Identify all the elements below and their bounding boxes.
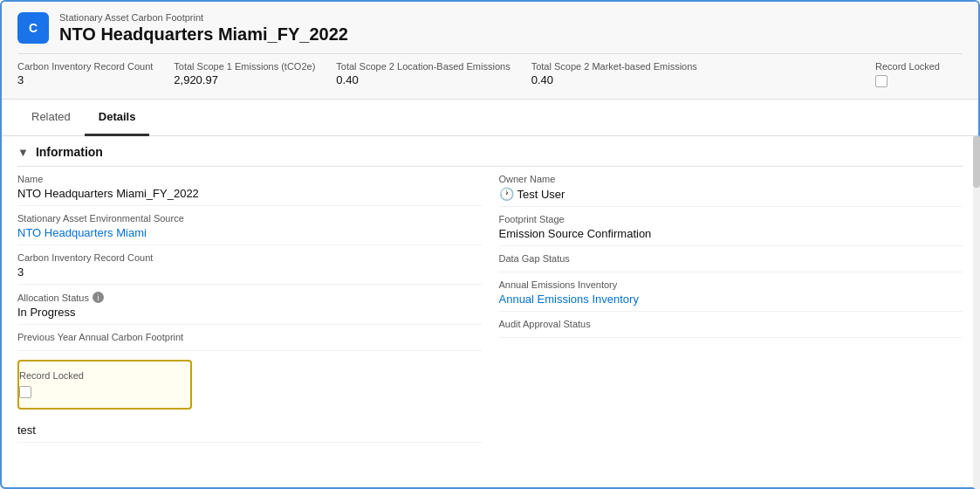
stat-scope2-location: Total Scope 2 Location-Based Emissions 0… (336, 61, 531, 86)
app-icon: C (17, 12, 49, 44)
field-label-data-gap-status: Data Gap Status (499, 253, 963, 264)
section-title-information: Information (36, 145, 103, 159)
field-value-test: test (17, 424, 482, 437)
field-label-carbon-count: Carbon Inventory Record Count (17, 252, 482, 263)
field-env-source: Stationary Asset Environmental Source NT… (17, 206, 482, 245)
field-label-name: Name (17, 174, 482, 184)
field-name: Name NTO Headquarters Miami_FY_2022 ✎ (17, 167, 482, 206)
field-value-carbon-count: 3 (17, 265, 482, 279)
scroll-thumb[interactable] (973, 135, 980, 188)
stat-value-scope1: 2,920.97 (174, 73, 315, 86)
header-section: C Stationary Asset Carbon Footprint NTO … (2, 2, 978, 100)
field-test: test ✎ (17, 417, 482, 443)
field-record-locked-wrapper: Record Locked (17, 351, 482, 417)
field-value-owner-name: 🕐 Test User (499, 187, 565, 201)
field-label-annual-emissions: Annual Emissions Inventory (499, 279, 963, 290)
field-record-locked-highlighted: Record Locked (17, 360, 192, 410)
fields-grid: Name NTO Headquarters Miami_FY_2022 ✎ St… (17, 167, 963, 443)
field-carbon-count: Carbon Inventory Record Count 3 ✎ (17, 245, 482, 285)
stat-scope1: Total Scope 1 Emissions (tCO2e) 2,920.97 (174, 61, 336, 86)
stat-label-scope2-location: Total Scope 2 Location-Based Emissions (336, 61, 510, 72)
field-label-audit-approval: Audit Approval Status (499, 319, 963, 329)
stat-label-scope2-market: Total Scope 2 Market-based Emissions (531, 61, 697, 72)
scrollbar[interactable] (973, 135, 980, 489)
svg-text:C: C (29, 21, 38, 35)
field-value-annual-emissions[interactable]: Annual Emissions Inventory (499, 293, 639, 306)
owner-link[interactable]: Test User (517, 188, 565, 201)
field-checkbox-record-locked[interactable] (19, 386, 31, 398)
field-label-env-source: Stationary Asset Environmental Source (17, 213, 482, 224)
field-audit-approval: Audit Approval Status ✎ (499, 312, 963, 338)
field-label-prev-year-footprint: Previous Year Annual Carbon Footprint (17, 332, 482, 342)
tab-details[interactable]: Details (85, 100, 150, 136)
stat-scope2-market: Total Scope 2 Market-based Emissions 0.4… (531, 61, 718, 86)
stat-label-record-locked: Record Locked (875, 61, 963, 72)
field-data-gap-status: Data Gap Status ✎ (499, 246, 963, 272)
header-subtitle: Stationary Asset Carbon Footprint (59, 12, 348, 23)
field-value-footprint-stage: Emission Source Confirmation (499, 227, 963, 240)
owner-icon: 🕐 (499, 187, 514, 201)
field-footprint-stage: Footprint Stage Emission Source Confirma… (499, 207, 963, 246)
info-icon-allocation[interactable]: i (93, 292, 104, 303)
field-value-allocation-status: In Progress (17, 306, 482, 319)
section-header-information: ▼ Information (17, 136, 963, 167)
stat-label-carbon-count: Carbon Inventory Record Count (17, 61, 153, 72)
field-value-name: NTO Headquarters Miami_FY_2022 (17, 187, 482, 200)
field-value-env-source[interactable]: NTO Headquarters Miami (17, 226, 147, 239)
stat-value-carbon-count: 3 (17, 73, 153, 86)
field-owner-name: Owner Name 🕐 Test User ✎ (499, 167, 963, 207)
field-label-owner-name: Owner Name (499, 174, 963, 184)
tab-related[interactable]: Related (17, 100, 85, 136)
field-label-footprint-stage: Footprint Stage (499, 214, 963, 224)
left-column: Name NTO Headquarters Miami_FY_2022 ✎ St… (17, 167, 482, 443)
tabs-bar: Related Details (2, 100, 978, 136)
field-prev-year-footprint: Previous Year Annual Carbon Footprint ✎ (17, 325, 482, 351)
header-title: NTO Headquarters Miami_FY_2022 (59, 24, 348, 45)
field-allocation-status: Allocation Status i In Progress ✎ (17, 285, 482, 325)
stat-value-scope2-market: 0.40 (531, 73, 697, 86)
stat-value-scope2-location: 0.40 (336, 73, 510, 86)
stat-label-scope1: Total Scope 1 Emissions (tCO2e) (174, 61, 315, 72)
section-collapse-toggle[interactable]: ▼ (17, 146, 29, 159)
stat-checkbox-record-locked[interactable] (875, 75, 887, 87)
right-column: Owner Name 🕐 Test User ✎ Footprint Stage… (499, 167, 963, 443)
stat-carbon-count: Carbon Inventory Record Count 3 (17, 61, 174, 86)
stat-record-locked: Record Locked (875, 61, 963, 90)
header-stats: Carbon Inventory Record Count 3 Total Sc… (17, 53, 963, 99)
field-label-record-locked: Record Locked (19, 370, 180, 381)
main-content: ▼ Information Name NTO Headquarters Miam… (2, 136, 978, 453)
field-label-allocation-status: Allocation Status i (17, 292, 482, 303)
field-annual-emissions: Annual Emissions Inventory Annual Emissi… (499, 272, 963, 312)
